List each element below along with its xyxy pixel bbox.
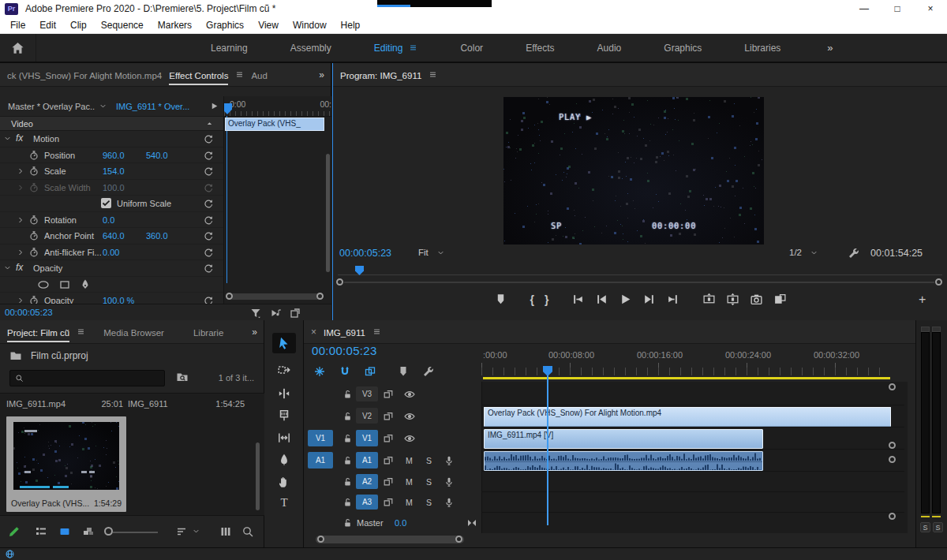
- clip-overlay-pack[interactable]: Overlay Pack (VHS_Snow) For Alight Motio…: [484, 407, 891, 427]
- settings-wrench-icon[interactable]: [422, 365, 435, 378]
- mic-icon[interactable]: [444, 497, 455, 508]
- tab-media-browser[interactable]: Media Browser: [103, 322, 164, 342]
- mini-scroll-handle-right[interactable]: [316, 293, 324, 300]
- track-target-a2[interactable]: A2: [356, 474, 378, 489]
- sync-lock-icon[interactable]: [383, 389, 394, 400]
- reset-icon[interactable]: [203, 133, 214, 144]
- tab-source-monitor-partial[interactable]: ck (VHS_Snow) For Alight Motion.mp4: [7, 65, 162, 85]
- lock-icon[interactable]: [342, 477, 353, 487]
- project-scrollbar[interactable]: [256, 442, 260, 510]
- lock-icon[interactable]: [342, 434, 353, 444]
- panel-menu-icon[interactable]: [429, 70, 437, 79]
- thumbnail-zoom-track[interactable]: [113, 532, 158, 533]
- mini-scroll-handle-left[interactable]: [226, 293, 233, 300]
- menu-view[interactable]: View: [251, 20, 286, 31]
- maximize-button[interactable]: □: [881, 0, 914, 17]
- reset-icon[interactable]: [203, 182, 214, 193]
- stopwatch-icon[interactable]: [28, 150, 39, 161]
- eye-icon[interactable]: [403, 388, 416, 401]
- stopwatch-icon[interactable]: [28, 182, 39, 193]
- stopwatch-icon[interactable]: [28, 295, 39, 304]
- track-target-v3[interactable]: V3: [356, 386, 378, 401]
- menu-sequence[interactable]: Sequence: [94, 20, 151, 31]
- hamburger-icon[interactable]: [409, 43, 417, 52]
- tool-selection[interactable]: [272, 333, 296, 353]
- checkbox-checked-icon[interactable]: [101, 198, 111, 208]
- sync-lock-icon[interactable]: [383, 433, 394, 444]
- sync-lock-icon[interactable]: [383, 411, 394, 422]
- thumbnail-zoom-knob[interactable]: [104, 527, 113, 536]
- effect-playhead-timecode[interactable]: 00:00:05:23: [5, 308, 53, 317]
- reset-icon[interactable]: [203, 295, 214, 304]
- tool-track-select-forward[interactable]: [272, 360, 296, 380]
- panel-menu-icon[interactable]: [77, 327, 85, 336]
- tool-type[interactable]: T: [272, 492, 296, 513]
- add-marker-icon[interactable]: [494, 293, 507, 306]
- panel-menu-icon[interactable]: [235, 70, 244, 79]
- menu-clip[interactable]: Clip: [63, 20, 94, 31]
- tab-libraries-partial[interactable]: Librarie: [193, 322, 223, 342]
- menu-edit[interactable]: Edit: [32, 20, 63, 31]
- reset-icon[interactable]: [203, 198, 214, 209]
- track-target-a1[interactable]: A1: [356, 452, 378, 469]
- property-value[interactable]: 640.0: [103, 231, 125, 241]
- menu-markers[interactable]: Markers: [151, 20, 199, 31]
- lock-icon[interactable]: [342, 498, 353, 508]
- mute-button[interactable]: M: [406, 477, 413, 487]
- source-patch-a1[interactable]: A1: [308, 452, 333, 469]
- toggle-effect-icon[interactable]: [289, 307, 301, 319]
- reset-icon[interactable]: [203, 230, 214, 241]
- menu-file[interactable]: File: [3, 20, 32, 31]
- lock-icon[interactable]: [342, 518, 353, 528]
- tool-hand[interactable]: [272, 472, 296, 492]
- property-value[interactable]: 100.0: [103, 183, 125, 192]
- track-scroll-handle[interactable]: [889, 442, 896, 449]
- lock-icon[interactable]: [342, 456, 353, 466]
- property-value[interactable]: 0.00: [103, 248, 119, 257]
- extract-icon[interactable]: [726, 293, 739, 306]
- reset-icon[interactable]: [203, 215, 214, 226]
- panel-overflow-button[interactable]: »: [319, 69, 324, 80]
- settings-wrench-icon[interactable]: [848, 247, 860, 259]
- track-scroll-handle[interactable]: [889, 383, 896, 390]
- freeform-view-icon[interactable]: [82, 525, 95, 538]
- solo-button[interactable]: S: [426, 477, 432, 487]
- menu-help[interactable]: Help: [334, 20, 368, 31]
- program-scrub-track[interactable]: [338, 274, 942, 275]
- timeline-horizontal-scrollbar[interactable]: [316, 535, 896, 544]
- zoom-scroll-track[interactable]: [344, 282, 934, 283]
- video-section-header[interactable]: Video: [0, 117, 223, 131]
- go-to-in-icon[interactable]: [571, 293, 585, 306]
- comparison-view-icon[interactable]: [773, 293, 787, 306]
- step-back-icon[interactable]: [595, 293, 608, 306]
- solo-left-button[interactable]: S: [920, 522, 930, 532]
- lock-icon[interactable]: [342, 390, 353, 400]
- play-icon[interactable]: [619, 293, 632, 306]
- go-to-out-icon[interactable]: [666, 293, 679, 306]
- bowtie-icon[interactable]: [466, 517, 478, 529]
- button-editor-plus[interactable]: +: [919, 293, 926, 307]
- nest-icon[interactable]: [313, 365, 326, 378]
- property-value[interactable]: 960.0: [103, 151, 125, 160]
- minimize-button[interactable]: —: [848, 0, 881, 17]
- close-button[interactable]: ×: [914, 0, 947, 17]
- chevron-right-icon[interactable]: [16, 215, 25, 225]
- scroll-handle-right[interactable]: [455, 536, 462, 543]
- stopwatch-icon[interactable]: [28, 247, 39, 258]
- workspace-tab-graphics[interactable]: Graphics: [642, 33, 723, 62]
- eye-icon[interactable]: [403, 432, 416, 445]
- effect-mini-ruler[interactable]: 0:00 00:: [224, 96, 331, 117]
- track-scroll-handle[interactable]: [889, 513, 896, 520]
- project-item-label[interactable]: IMG_69111:54:25: [128, 399, 245, 409]
- stopwatch-icon[interactable]: [28, 166, 39, 177]
- project-search-input[interactable]: [9, 370, 165, 386]
- scrollbar-thumb[interactable]: [316, 536, 464, 543]
- mute-button[interactable]: M: [406, 498, 413, 507]
- master-level-value[interactable]: 0.0: [395, 518, 406, 528]
- master-clip-selector[interactable]: Master * Overlay Pac...: [8, 102, 95, 111]
- filter-properties-icon[interactable]: [249, 307, 262, 319]
- workspace-tab-effects[interactable]: Effects: [504, 33, 575, 62]
- rect-mask-icon[interactable]: [58, 278, 71, 291]
- add-marker-icon[interactable]: [397, 365, 410, 378]
- sync-lock-icon[interactable]: [383, 497, 394, 508]
